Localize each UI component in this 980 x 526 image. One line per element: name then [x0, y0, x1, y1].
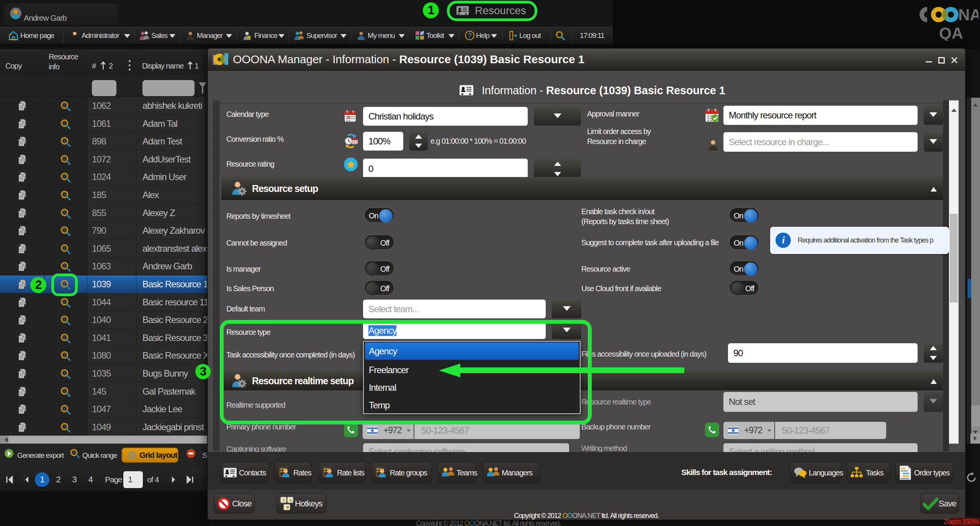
svg-text:NA: NA: [958, 6, 978, 24]
svg-text:?: ?: [468, 32, 471, 39]
svg-text:QA: QA: [939, 24, 963, 41]
